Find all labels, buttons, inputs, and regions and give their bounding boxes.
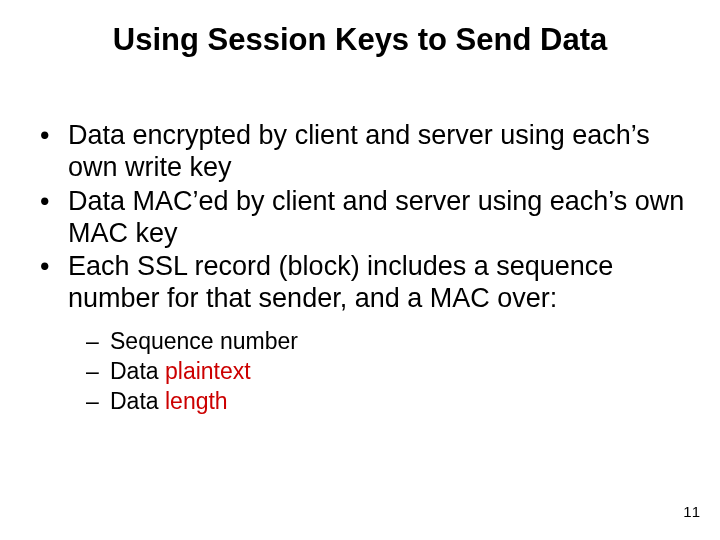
bullet-list: Data encrypted by client and server usin… xyxy=(32,120,688,417)
bullet-item: Data encrypted by client and server usin… xyxy=(32,120,688,184)
sub-bullet-prefix: Data xyxy=(110,388,165,414)
sub-bullet-highlight: length xyxy=(165,388,228,414)
slide: Using Session Keys to Send Data Data enc… xyxy=(0,0,720,540)
page-number: 11 xyxy=(683,503,700,520)
bullet-item: Data MAC’ed by client and server using e… xyxy=(32,186,688,250)
sub-bullet-item: Sequence number xyxy=(86,327,688,357)
sub-bullet-item: Data length xyxy=(86,387,688,417)
bullet-item-text: Each SSL record (block) includes a seque… xyxy=(68,251,613,313)
sub-bullet-list: Sequence number Data plaintext Data leng… xyxy=(68,327,688,417)
sub-bullet-highlight: plaintext xyxy=(165,358,251,384)
slide-body: Data encrypted by client and server usin… xyxy=(32,120,688,419)
slide-title: Using Session Keys to Send Data xyxy=(0,22,720,58)
sub-bullet-item: Data plaintext xyxy=(86,357,688,387)
sub-bullet-prefix: Sequence number xyxy=(110,328,298,354)
sub-bullet-prefix: Data xyxy=(110,358,165,384)
bullet-item: Each SSL record (block) includes a seque… xyxy=(32,251,688,416)
